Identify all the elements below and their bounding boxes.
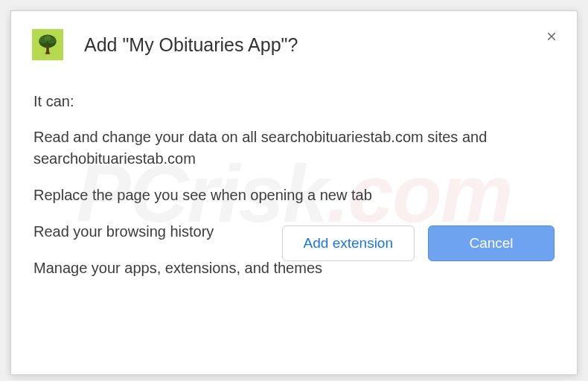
permission-item: Read and change your data on all searcho… <box>33 127 555 170</box>
permission-item: Replace the page you see when opening a … <box>33 185 555 206</box>
dialog-header: Add "My Obituaries App"? <box>11 11 577 66</box>
dialog-title: Add "My Obituaries App"? <box>84 34 298 56</box>
extension-install-dialog: PCrisk.com Add "My Obituaries App"? <box>10 10 578 375</box>
permissions-intro: It can: <box>33 93 555 110</box>
dialog-footer: Add extension Cancel <box>282 225 555 261</box>
close-button[interactable] <box>543 28 560 45</box>
add-extension-button[interactable]: Add extension <box>282 225 415 261</box>
svg-point-3 <box>45 35 51 40</box>
cancel-button[interactable]: Cancel <box>428 225 555 261</box>
close-icon <box>545 30 558 43</box>
extension-icon <box>32 29 63 60</box>
